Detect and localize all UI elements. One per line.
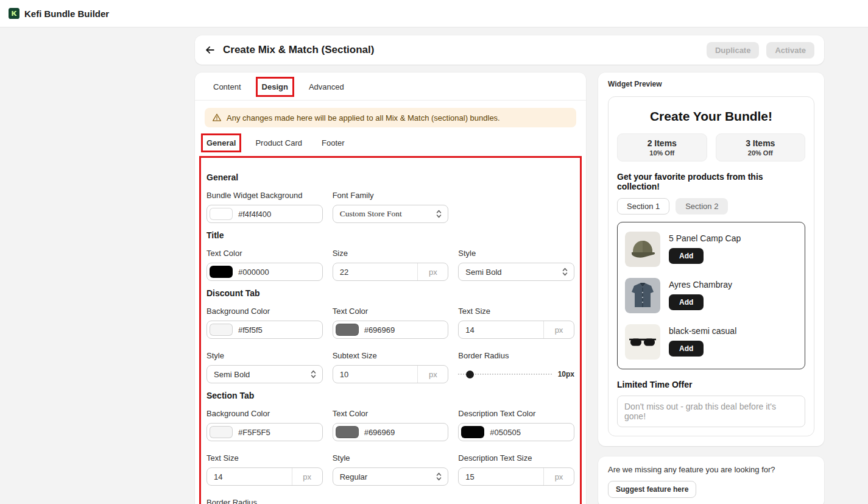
tab-design[interactable]: Design: [259, 80, 291, 93]
px-suffix: px: [543, 468, 574, 485]
discount-border-radius-slider[interactable]: 10px: [458, 365, 574, 383]
px-suffix: px: [417, 263, 448, 280]
field-label: Text Color: [333, 409, 449, 418]
tier-tab-2-items[interactable]: 2 Items 10% Off: [617, 133, 707, 161]
section-style-select[interactable]: Regular: [333, 467, 449, 486]
discount-text-size-input[interactable]: 14 px: [458, 321, 574, 339]
color-value: #000000: [238, 268, 269, 277]
subtab-general[interactable]: General: [205, 137, 238, 149]
tier-discount-label: 20% Off: [719, 149, 803, 157]
subtab-footer[interactable]: Footer: [320, 137, 347, 149]
slider-value: 10px: [558, 370, 574, 378]
warning-text: Any changes made here will be applied to…: [227, 113, 500, 122]
field-section-background-color: Background Color #F5F5F5: [206, 409, 323, 441]
product-list: 5 Panel Camp Cap Add Ayres Chambray Add: [617, 222, 805, 369]
duplicate-button[interactable]: Duplicate: [707, 42, 760, 59]
color-swatch[interactable]: [210, 208, 233, 220]
font-family-select[interactable]: Custom Store Font: [333, 205, 449, 223]
slider-track[interactable]: [458, 371, 551, 378]
tab-content[interactable]: Content: [211, 80, 244, 93]
add-button[interactable]: Add: [669, 294, 704, 310]
section-tab-2[interactable]: Section 2: [676, 198, 728, 215]
activate-button[interactable]: Activate: [766, 42, 814, 59]
select-value: Semi Bold: [214, 370, 250, 379]
select-value: Semi Bold: [465, 268, 501, 277]
section-discount-tab: Discount Tab Background Color #f5f5f5 Te…: [206, 288, 574, 383]
select-updown-icon: [310, 369, 317, 379]
title-text-color-input[interactable]: #000000: [206, 263, 323, 281]
tier-tabs: 2 Items 10% Off 3 Items 20% Off: [617, 133, 805, 161]
field-section-text-size: Text Size 14 px: [206, 453, 323, 486]
section-text-color-input[interactable]: #696969: [333, 423, 449, 441]
product-name: 5 Panel Camp Cap: [669, 233, 741, 243]
field-label: Bundle Widget Background: [206, 191, 323, 200]
widget-preview-label: Widget Preview: [608, 80, 814, 88]
color-value: #f4f4f400: [238, 210, 271, 219]
back-button[interactable]: [205, 44, 216, 55]
field-label: Border Radius: [206, 498, 323, 504]
field-title-text-color: Text Color #000000: [206, 249, 323, 281]
bundle-editor-card: Content Design Advanced Any changes made…: [195, 73, 586, 504]
warning-banner: Any changes made here will be applied to…: [205, 108, 576, 127]
color-swatch[interactable]: [210, 266, 233, 278]
color-swatch[interactable]: [210, 426, 233, 438]
section-tabs: Section 1 Section 2: [617, 198, 805, 215]
bundle-subtitle: Get your favorite products from this col…: [617, 172, 805, 191]
color-value: #696969: [364, 428, 395, 437]
tier-tab-3-items[interactable]: 3 Items 20% Off: [716, 133, 806, 161]
color-value: #f5f5f5: [238, 325, 263, 335]
number-value: 14: [207, 472, 292, 481]
section-background-color-input[interactable]: #F5F5F5: [206, 423, 323, 441]
field-label: Background Color: [206, 409, 323, 418]
discount-text-color-input[interactable]: #696969: [333, 321, 449, 339]
section-description-text-size-input[interactable]: 15 px: [458, 467, 574, 486]
product-image-cap: [625, 232, 660, 267]
section-description-text-color-input[interactable]: #050505: [458, 423, 574, 441]
add-button[interactable]: Add: [669, 248, 704, 264]
discount-background-color-input[interactable]: #f5f5f5: [206, 321, 323, 339]
title-size-input[interactable]: 22 px: [333, 263, 449, 281]
px-suffix: px: [543, 321, 574, 338]
back-arrow-icon: [205, 44, 216, 55]
field-label: Text Color: [206, 249, 323, 258]
number-value: 14: [459, 325, 543, 335]
field-label: Description Text Size: [458, 453, 574, 463]
field-label: Text Color: [333, 307, 449, 316]
discount-subtext-size-input[interactable]: 10 px: [333, 365, 449, 383]
discount-style-select[interactable]: Semi Bold: [206, 365, 323, 383]
editor-tabs: Content Design Advanced: [195, 73, 586, 101]
slider-handle[interactable]: [466, 371, 474, 378]
subtab-product-card[interactable]: Product Card: [253, 137, 304, 149]
title-style-select[interactable]: Semi Bold: [458, 263, 574, 281]
color-swatch[interactable]: [461, 426, 484, 438]
field-discount-style: Style Semi Bold: [206, 351, 323, 383]
bundle-title: Create Your Bundle!: [617, 109, 805, 124]
color-swatch[interactable]: [210, 324, 233, 336]
suggest-feature-button[interactable]: Suggest feature here: [608, 481, 696, 498]
section-heading: General: [206, 172, 574, 182]
product-row: black-semi casual Add: [624, 319, 799, 365]
tab-advanced[interactable]: Advanced: [306, 80, 347, 93]
page-header: Create Mix & Match (Sectional) Duplicate…: [195, 35, 824, 65]
section-text-size-input[interactable]: 14 px: [206, 467, 323, 486]
section-heading: Section Tab: [206, 391, 574, 400]
field-font-family: Font Family Custom Store Font: [333, 191, 449, 223]
field-label: Text Size: [206, 453, 323, 463]
field-label: Size: [333, 249, 449, 258]
bundle-widget-background-input[interactable]: #f4f4f400: [206, 205, 323, 223]
select-value: Regular: [340, 472, 368, 481]
color-swatch[interactable]: [336, 324, 359, 336]
color-swatch[interactable]: [336, 426, 359, 438]
px-suffix: px: [417, 366, 448, 383]
color-value: #F5F5F5: [238, 428, 270, 437]
select-updown-icon: [436, 209, 442, 219]
widget-preview-card: Widget Preview Create Your Bundle! 2 Ite…: [598, 73, 824, 446]
field-label: Subtext Size: [333, 351, 449, 360]
section-title: Title Text Color #000000 Size: [206, 230, 574, 281]
section-general: General Bundle Widget Background #f4f4f4…: [206, 172, 574, 223]
warning-icon: [212, 113, 222, 122]
add-button[interactable]: Add: [669, 341, 704, 357]
field-section-border-radius: Border Radius 10px: [206, 498, 323, 504]
section-tab-1[interactable]: Section 1: [617, 198, 669, 215]
field-section-description-text-color: Description Text Color #050505: [458, 409, 574, 441]
